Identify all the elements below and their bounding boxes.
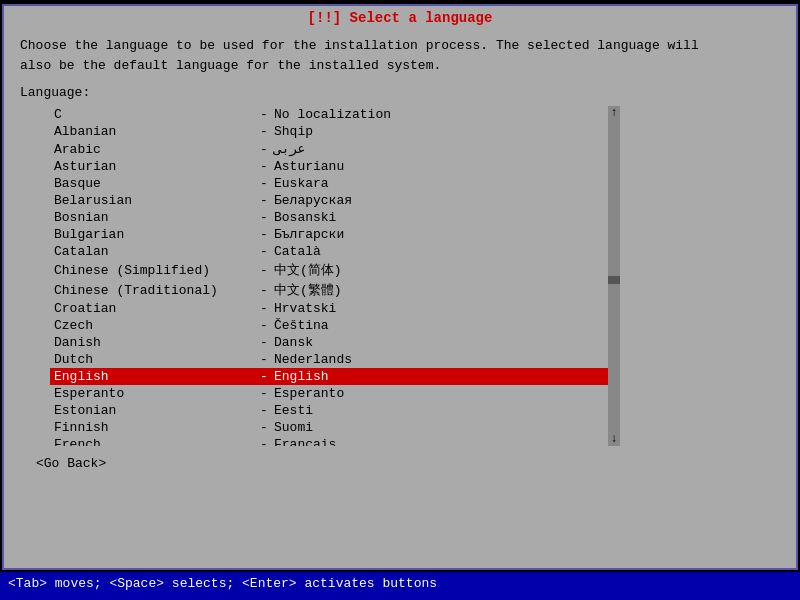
scrollbar-down-arrow[interactable]: ↓ [608,432,620,446]
language-native-name: 中文(繁體) [274,281,616,299]
language-native-name: Dansk [274,335,616,350]
language-row[interactable]: Danish-Dansk [50,334,620,351]
language-name: Chinese (Traditional) [54,283,254,298]
language-row[interactable]: C-No localization [50,106,620,123]
language-native-name: عربى [274,141,616,157]
language-native-name: 中文(简体) [274,261,616,279]
language-name: Esperanto [54,386,254,401]
language-native-name: Eesti [274,403,616,418]
status-bar: <Tab> moves; <Space> selects; <Enter> ac… [0,572,800,600]
language-separator: - [254,369,274,384]
language-separator: - [254,301,274,316]
language-name: Catalan [54,244,254,259]
language-row[interactable]: Bulgarian-Български [50,226,620,243]
language-separator: - [254,386,274,401]
language-separator: - [254,335,274,350]
scrollbar-thumb[interactable] [608,276,620,284]
language-name: Arabic [54,142,254,157]
language-name: Czech [54,318,254,333]
language-row[interactable]: Belarusian-Беларуская [50,192,620,209]
language-native-name: Български [274,227,616,242]
language-separator: - [254,244,274,259]
language-separator: - [254,159,274,174]
language-native-name: Français [274,437,616,446]
language-label: Language: [20,85,780,100]
language-row[interactable]: Chinese (Traditional)-中文(繁體) [50,280,620,300]
language-name: C [54,107,254,122]
language-row[interactable]: Bosnian-Bosanski [50,209,620,226]
language-native-name: Català [274,244,616,259]
language-name: Bulgarian [54,227,254,242]
language-name: Dutch [54,352,254,367]
language-native-name: Shqip [274,124,616,139]
language-row[interactable]: Arabic-عربى [50,140,620,158]
language-native-name: Bosanski [274,210,616,225]
language-row[interactable]: Asturian-Asturianu [50,158,620,175]
language-row[interactable]: Croatian-Hrvatski [50,300,620,317]
language-name: Bosnian [54,210,254,225]
language-name: Estonian [54,403,254,418]
language-separator: - [254,227,274,242]
description-line2: also be the default language for the ins… [20,58,441,73]
language-name: Asturian [54,159,254,174]
language-separator: - [254,403,274,418]
language-list[interactable]: C-No localizationAlbanian-ShqipArabic-عر… [50,106,620,446]
language-separator: - [254,176,274,191]
language-name: Chinese (Simplified) [54,263,254,278]
language-row[interactable]: English-English [50,368,620,385]
language-name: English [54,369,254,384]
language-name: Danish [54,335,254,350]
language-name: French [54,437,254,446]
description-text: Choose the language to be used for the i… [20,36,780,75]
language-row[interactable]: Basque-Euskara [50,175,620,192]
language-separator: - [254,210,274,225]
language-native-name: Nederlands [274,352,616,367]
language-row[interactable]: Esperanto-Esperanto [50,385,620,402]
language-name: Belarusian [54,193,254,208]
language-separator: - [254,420,274,435]
language-row[interactable]: Catalan-Català [50,243,620,260]
language-separator: - [254,318,274,333]
dialog-title: [!!] Select a language [4,6,796,28]
language-row[interactable]: Dutch-Nederlands [50,351,620,368]
language-separator: - [254,437,274,446]
language-native-name: Euskara [274,176,616,191]
language-separator: - [254,352,274,367]
language-separator: - [254,124,274,139]
language-row[interactable]: Czech-Čeština [50,317,620,334]
language-native-name: Asturianu [274,159,616,174]
language-separator: - [254,263,274,278]
language-row[interactable]: Finnish-Suomi [50,419,620,436]
language-native-name: English [274,369,616,384]
language-separator: - [254,142,274,157]
language-row[interactable]: French-Français [50,436,620,446]
language-row[interactable]: Chinese (Simplified)-中文(简体) [50,260,620,280]
description-line1: Choose the language to be used for the i… [20,38,699,53]
language-native-name: No localization [274,107,616,122]
scrollbar[interactable]: ↑ ↓ [608,106,620,446]
language-row[interactable]: Estonian-Eesti [50,402,620,419]
language-native-name: Čeština [274,318,616,333]
language-separator: - [254,193,274,208]
language-native-name: Беларуская [274,193,616,208]
dialog-window: [!!] Select a language Choose the langua… [2,4,798,570]
language-name: Basque [54,176,254,191]
language-native-name: Esperanto [274,386,616,401]
language-separator: - [254,283,274,298]
language-separator: - [254,107,274,122]
language-name: Croatian [54,301,254,316]
language-row[interactable]: Albanian-Shqip [50,123,620,140]
language-name: Finnish [54,420,254,435]
scrollbar-up-arrow[interactable]: ↑ [608,106,620,120]
language-native-name: Suomi [274,420,616,435]
language-native-name: Hrvatski [274,301,616,316]
go-back-button[interactable]: <Go Back> [36,456,780,471]
language-name: Albanian [54,124,254,139]
language-rows: C-No localizationAlbanian-ShqipArabic-عر… [50,106,620,446]
